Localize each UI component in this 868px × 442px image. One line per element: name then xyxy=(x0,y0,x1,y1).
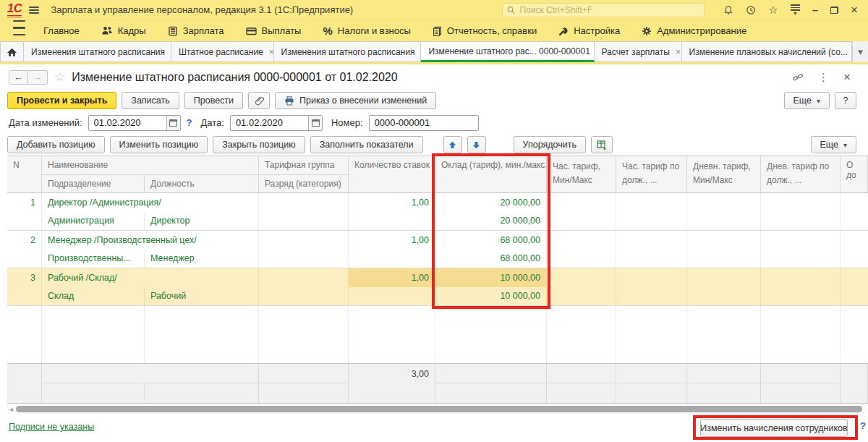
menu-item-kadry[interactable]: Кадры xyxy=(90,20,157,41)
salary-max-cell[interactable]: 68 000,00 xyxy=(435,250,547,268)
tab-close-icon[interactable]: × xyxy=(676,47,681,57)
calendar-picker-button[interactable] xyxy=(166,116,180,130)
favorite-star-icon[interactable]: ☆ xyxy=(54,69,65,85)
date-field[interactable] xyxy=(230,115,323,131)
menu-item-vyplaty[interactable]: Выплаты xyxy=(235,20,312,41)
rate-cell[interactable]: 1,00 xyxy=(349,193,435,212)
tab-izmeneniya-1[interactable]: Изменения штатного расписания× xyxy=(24,41,171,62)
tab-raschet-zarplaty[interactable]: Расчет зарплаты× xyxy=(595,41,682,62)
salary-min-cell[interactable]: 20 000,00 xyxy=(435,193,547,212)
hamburger-menu-icon[interactable] xyxy=(29,7,39,14)
change-date-input[interactable] xyxy=(89,117,166,128)
calendar-picker-button[interactable] xyxy=(308,116,322,130)
salary-min-cell[interactable]: 10 000,00 xyxy=(435,268,547,287)
position-cell[interactable]: Директор xyxy=(145,212,259,231)
tabs-overflow-icon[interactable]: ▾ xyxy=(852,41,868,62)
scroll-left-icon[interactable]: ◂ xyxy=(9,405,13,413)
number-field[interactable] xyxy=(369,115,479,131)
salary-max-cell[interactable]: 10 000,00 xyxy=(435,287,547,306)
edit-position-button[interactable]: Изменить позицию xyxy=(110,136,208,153)
position-cell[interactable]: Рабочий xyxy=(145,287,259,306)
col-n[interactable]: N xyxy=(7,156,42,192)
nav-forward-button[interactable]: → xyxy=(28,70,48,85)
salary-min-cell[interactable]: 68 000,00 xyxy=(435,231,547,250)
tab-izmenenie-planovyh[interactable]: Изменение плановых начислений (со...× xyxy=(682,41,852,62)
menu-item-nalogi[interactable]: % Налоги и взносы xyxy=(312,20,421,41)
menu-item-administrirovanie[interactable]: Администрирование xyxy=(631,20,757,41)
table-row-selected[interactable]: 3 Рабочий /Склад/ 1,00 10 000,00 Склад Р… xyxy=(7,268,868,306)
post-button[interactable]: Провести xyxy=(184,92,243,109)
close-window-icon[interactable]: × xyxy=(851,4,858,16)
menu-item-nastroyka[interactable]: Настройка xyxy=(548,20,631,41)
change-accruals-button[interactable]: Изменить начисления сотрудников xyxy=(700,419,848,437)
history-icon[interactable] xyxy=(746,5,756,15)
table-row[interactable]: 2 Менеджер /Производственный цех/ 1,00 6… xyxy=(7,231,868,268)
col-day-tariff[interactable]: Дневн. тариф, Мин/Макс xyxy=(687,156,761,192)
more-dots-icon[interactable]: ⋮ xyxy=(818,71,829,84)
number-input[interactable] xyxy=(370,117,478,128)
col-tariff[interactable]: Тарифная группа xyxy=(259,156,348,175)
move-up-button[interactable] xyxy=(443,136,462,153)
more-button[interactable]: Еще▾ xyxy=(784,92,830,109)
search-input[interactable] xyxy=(519,5,699,15)
print-order-button[interactable]: Приказ о внесении изменений xyxy=(275,92,436,109)
col-clipped[interactable]: Одо xyxy=(841,156,868,192)
change-date-field[interactable] xyxy=(88,115,181,131)
tab-shtatnoe-raspisanie[interactable]: Штатное расписание× xyxy=(171,41,274,62)
position-name-cell[interactable]: Директор /Администрация/ xyxy=(42,193,259,212)
tab-izmeneniya-2[interactable]: Изменения штатного расписания× xyxy=(274,41,422,62)
notifications-bell-icon[interactable] xyxy=(723,5,733,15)
minimize-icon[interactable]: – xyxy=(812,4,818,15)
row-number[interactable]: 1 xyxy=(7,193,42,212)
tab-home[interactable] xyxy=(0,41,24,62)
post-and-close-button[interactable]: Провести и закрыть xyxy=(7,92,116,109)
table-row[interactable]: 1 Директор /Администрация/ 1,00 20 000,0… xyxy=(7,193,868,231)
dept-cell[interactable]: Администрация xyxy=(42,212,145,231)
favorites-star-icon[interactable]: ☆ xyxy=(768,4,778,15)
nav-back-button[interactable]: ← xyxy=(9,70,28,85)
col-name[interactable]: Наименование xyxy=(42,156,258,175)
signatures-link[interactable]: Подписи не указаны xyxy=(9,422,94,432)
rate-cell[interactable]: 1,00 xyxy=(349,268,435,287)
col-day-tariff-pos[interactable]: Днев. тариф по долж., ... xyxy=(761,156,841,192)
footer-help-icon[interactable]: ? xyxy=(860,420,866,431)
col-salary[interactable]: Оклад (тариф), мин./макс. xyxy=(435,156,547,192)
col-rate-count[interactable]: Количество ставок xyxy=(349,156,435,192)
save-button[interactable]: Записать xyxy=(122,92,179,109)
main-menu-icon[interactable]: ▾ xyxy=(791,4,800,15)
help-button[interactable]: ? xyxy=(835,92,856,109)
col-hour-tariff[interactable]: Час. тариф, Мин/Макс xyxy=(547,156,616,192)
dept-cell[interactable]: Склад xyxy=(42,287,145,306)
move-down-button[interactable] xyxy=(467,136,486,153)
sections-hamburger-icon[interactable] xyxy=(6,20,33,41)
position-cell[interactable]: Менеджер xyxy=(145,250,259,268)
col-dept[interactable]: Подразделение xyxy=(42,175,145,192)
add-position-button[interactable]: Добавить позицию xyxy=(7,136,105,153)
link-icon[interactable] xyxy=(792,72,804,82)
col-grade[interactable]: Разряд (категория) xyxy=(259,175,347,192)
row-number[interactable]: 3 xyxy=(7,268,42,287)
dept-cell[interactable]: Производственны... xyxy=(42,250,145,268)
menu-item-otchetnost[interactable]: Отчетность, справки xyxy=(422,20,548,41)
sort-button[interactable]: Упорядочить xyxy=(514,136,586,153)
close-position-button[interactable]: Закрыть позицию xyxy=(213,136,305,153)
row-number[interactable]: 2 xyxy=(7,231,42,250)
salary-max-cell[interactable]: 20 000,00 xyxy=(435,212,547,231)
tab-close-icon[interactable]: × xyxy=(269,47,274,57)
horizontal-scrollbar[interactable]: ◂ xyxy=(7,404,868,414)
tab-izmenenie-active[interactable]: Изменение штатного рас... 0000-000001× xyxy=(421,41,594,62)
rate-cell[interactable]: 1,00 xyxy=(349,231,435,250)
global-search[interactable] xyxy=(502,3,705,17)
col-position[interactable]: Должность xyxy=(145,175,258,192)
menu-item-zarplata[interactable]: Зарплата xyxy=(157,20,235,41)
fill-indicators-button[interactable]: Заполнить показатели xyxy=(310,136,423,153)
position-name-cell[interactable]: Рабочий /Склад/ xyxy=(42,268,259,287)
change-date-help-icon[interactable]: ? xyxy=(187,117,192,128)
table-more-button[interactable]: Еще▾ xyxy=(811,136,856,153)
table-settings-button[interactable] xyxy=(591,136,613,153)
scrollbar-thumb[interactable] xyxy=(16,406,862,412)
restore-window-icon[interactable] xyxy=(830,7,838,14)
menu-item-glavnoe[interactable]: Главное xyxy=(33,20,90,41)
attachments-button[interactable] xyxy=(248,92,270,109)
close-document-icon[interactable]: × xyxy=(843,70,851,85)
